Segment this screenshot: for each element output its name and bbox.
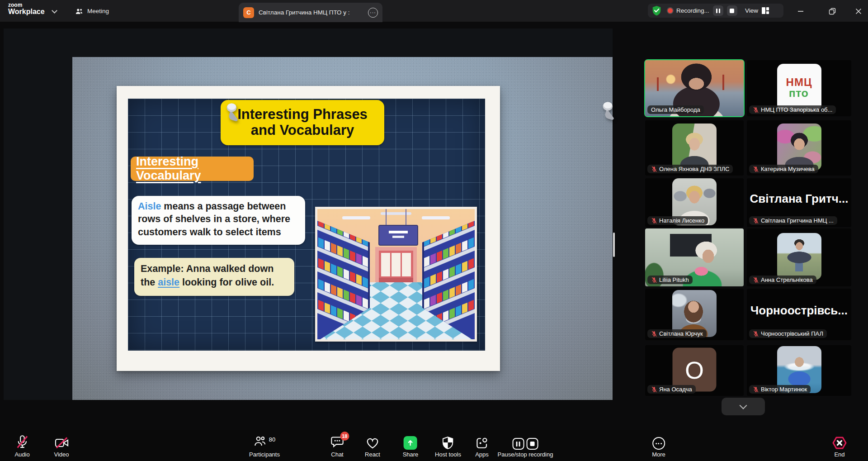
tab-meeting-session[interactable]: C Світлана Гритчина НМЦ ПТО у : ... <box>239 3 382 22</box>
view-button[interactable]: View <box>745 4 769 18</box>
stop-recording-button[interactable] <box>727 5 737 16</box>
mic-muted-icon <box>753 218 759 224</box>
recording-label: Recording... <box>676 7 709 14</box>
video-button[interactable]: Video <box>54 430 69 458</box>
participant-name: Світлана Юрчук <box>659 330 703 337</box>
participant-tile[interactable]: Світлана Юрчук <box>645 289 744 340</box>
participant-tile[interactable]: Наталія Лисенко <box>645 178 744 227</box>
chat-label: Chat <box>331 451 343 458</box>
pause-stop-recording-button[interactable]: Pause/stop recording <box>498 430 553 458</box>
participant-name-label: Чорноострівський ПАЛ <box>749 329 827 338</box>
scroll-more-participants-button[interactable] <box>722 398 765 415</box>
participant-tile[interactable]: OЯна Осадча <box>645 345 744 396</box>
avatar-logo-text: ПТО <box>789 89 809 99</box>
brand-line2: Workplace <box>8 8 45 16</box>
audio-label: Audio <box>14 451 29 458</box>
participant-name: Ольга Майборода <box>651 106 700 113</box>
participant-avatar <box>777 233 821 280</box>
tab-meeting[interactable]: Meeting <box>69 0 115 22</box>
participant-name-label: Віктор Мартинюк <box>749 385 811 394</box>
share-label: Share <box>403 451 419 458</box>
slide-paper: Interesting Phrases and Vocabulary Inter… <box>117 86 500 371</box>
push-pin-icon <box>601 101 618 123</box>
mic-muted-icon <box>753 166 759 172</box>
security-shield-icon[interactable] <box>652 5 661 16</box>
participant-big-name: Світлана Гритч... <box>747 192 851 206</box>
participant-name: Анна Стрельнікова <box>761 276 813 283</box>
participant-big-name: Чорноострівсь... <box>747 303 851 317</box>
mic-muted-icon <box>651 331 657 337</box>
participant-tile[interactable]: НМЦПТОНМЦ ПТО Запорізька об... <box>747 60 851 116</box>
recording-dot-icon <box>668 8 673 13</box>
example-box: Example: Anna walked down the aisle look… <box>134 258 294 296</box>
participant-name-label: Олена Яхнова ДНЗ ЗПЛС <box>647 165 733 173</box>
participant-name: НМЦ ПТО Запорізька об... <box>761 106 832 113</box>
share-button[interactable]: Share <box>403 430 419 458</box>
zoom-meeting-window: zoom Workplace Meeting C Світлана Гритчи… <box>0 0 868 461</box>
participant-name: Катерина Музичева <box>761 166 815 172</box>
stop-recording-icon[interactable] <box>526 438 538 450</box>
host-tools-label: Host tools <box>435 451 461 458</box>
example-suffix: looking for olive oil. <box>179 277 274 288</box>
end-button[interactable]: End <box>832 430 847 458</box>
avatar-logo-text: НМЦ <box>786 76 812 88</box>
chat-badge: 18 <box>340 432 349 441</box>
chevron-down-icon <box>740 401 747 409</box>
zoom-workplace-logo: zoom Workplace <box>8 2 45 15</box>
chat-button[interactable]: 18 Chat <box>331 430 344 458</box>
participant-name: Liliia Pitukh <box>659 276 689 283</box>
participant-name-label: Наталія Лисенко <box>647 216 708 225</box>
participant-name-label: НМЦ ПТО Запорізька об... <box>749 105 836 114</box>
participant-tile[interactable]: Олена Яхнова ДНЗ ЗПЛС <box>645 120 744 176</box>
participant-avatar: НМЦПТО <box>777 64 821 111</box>
pause-recording-icon[interactable] <box>512 438 524 450</box>
tab-more-icon[interactable]: ... <box>368 8 378 18</box>
people-icon <box>75 8 83 15</box>
workspace-chevron-down-icon[interactable] <box>52 8 57 14</box>
participant-name: Олена Яхнова ДНЗ ЗПЛС <box>659 166 729 172</box>
mic-muted-icon <box>753 107 759 113</box>
participant-tile[interactable]: Світлана Гритч...Світлана Гритчина НМЦ .… <box>747 178 851 227</box>
restore-button[interactable] <box>826 5 838 17</box>
participants-count: 80 <box>269 436 275 443</box>
participant-tile[interactable]: Віктор Мартинюк <box>747 345 851 396</box>
mic-muted-icon <box>651 166 657 172</box>
apps-label: Apps <box>475 451 489 458</box>
record-label: Pause/stop recording <box>498 451 553 458</box>
more-button[interactable]: More <box>652 430 665 458</box>
participant-name-label: Катерина Музичева <box>749 165 818 173</box>
audio-button[interactable]: Audio <box>14 430 29 458</box>
participant-name-label: Анна Стрельнікова <box>749 276 816 284</box>
definition-text: means a passage between rows of shelves … <box>138 201 290 238</box>
share-icon <box>404 436 417 450</box>
participant-tile[interactable]: Liliia Pitukh <box>645 228 744 286</box>
close-button[interactable] <box>853 5 864 17</box>
react-label: React <box>365 451 380 458</box>
supermarket-aisle-image <box>315 207 477 342</box>
brand-line1: zoom <box>8 2 45 8</box>
definition-term: Aisle <box>138 201 161 212</box>
participant-tile[interactable]: Анна Стрельнікова <box>747 228 851 286</box>
host-tools-button[interactable]: Host tools <box>435 430 461 458</box>
presentation-background: Interesting Phrases and Vocabulary Inter… <box>72 57 613 400</box>
participant-tile[interactable]: Чорноострівсь...Чорноострівський ПАЛ <box>747 289 851 340</box>
react-button[interactable]: React <box>365 430 380 458</box>
participants-button[interactable]: 80 Participants <box>249 430 280 458</box>
apps-button[interactable]: Apps <box>475 430 489 458</box>
end-label: End <box>834 451 844 458</box>
participant-name-label: Світлана Юрчук <box>647 329 707 338</box>
participant-name-label: Ольга Майборода <box>647 105 704 114</box>
tab-avatar: C <box>243 7 254 18</box>
pause-recording-button[interactable] <box>713 5 723 16</box>
tab-title: Світлана Гритчина НМЦ ПТО у : <box>259 9 350 16</box>
slide-subheading: Interesting Vocabulary <box>131 157 254 181</box>
participant-name: Наталія Лисенко <box>659 217 704 224</box>
end-icon <box>832 436 847 450</box>
participant-name: Віктор Мартинюк <box>761 386 807 393</box>
scrollbar[interactable] <box>613 233 615 257</box>
gallery-view-icon <box>762 7 769 14</box>
video-label: Video <box>54 451 69 458</box>
participant-tile[interactable]: Ольга Майборода <box>645 60 744 116</box>
participant-tile[interactable]: Катерина Музичева <box>747 120 851 176</box>
minimize-button[interactable] <box>795 5 807 17</box>
